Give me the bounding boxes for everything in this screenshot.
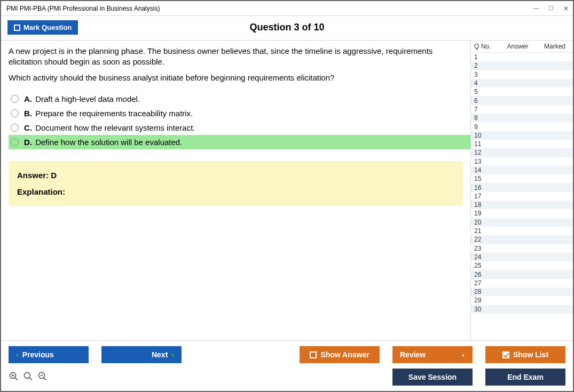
side-row[interactable]: 18: [471, 201, 573, 209]
show-list-button[interactable]: Show List: [485, 346, 565, 363]
side-row[interactable]: 21: [471, 227, 573, 235]
side-row[interactable]: 4: [471, 79, 573, 87]
show-answer-button[interactable]: Show Answer: [300, 346, 380, 363]
window-title: PMI PMI-PBA (PMI Professional in Busines…: [6, 5, 160, 12]
main-area: A new project is in the planning phase. …: [1, 40, 573, 340]
side-row[interactable]: 6: [471, 96, 573, 105]
option-text: B. Prepare the requirements traceability…: [24, 109, 193, 118]
footer: ‹ Previous Next › Show Answer Review ▲ S…: [1, 340, 573, 391]
option-text: A. Draft a high-level data model.: [24, 94, 140, 103]
zoom-in-icon[interactable]: [9, 371, 19, 383]
side-row[interactable]: 7: [471, 105, 573, 114]
question-counter: Question 3 of 10: [1, 22, 573, 33]
side-qno: 1: [474, 53, 496, 61]
side-qno: 14: [474, 166, 496, 174]
side-row[interactable]: 24: [471, 253, 573, 261]
explanation-label: Explanation:: [17, 187, 454, 196]
side-row[interactable]: 2: [471, 61, 573, 70]
side-row[interactable]: 14: [471, 166, 573, 174]
side-row[interactable]: 19: [471, 209, 573, 218]
footer-row-2: Save Session End Exam: [9, 369, 565, 386]
side-header: Q No. Answer Marked: [471, 41, 573, 53]
side-qno: 21: [474, 227, 496, 235]
review-button[interactable]: Review ▲: [392, 346, 473, 363]
col-answer: Answer: [496, 43, 540, 50]
side-qno: 23: [474, 245, 496, 252]
question-list-panel: Q No. Answer Marked 12345678910111213141…: [470, 41, 573, 340]
side-row[interactable]: 22: [471, 235, 573, 244]
side-row[interactable]: 12: [471, 148, 573, 157]
side-row[interactable]: 13: [471, 157, 573, 166]
side-row[interactable]: 23: [471, 244, 573, 253]
side-row[interactable]: 10: [471, 131, 573, 140]
question-stem-1: A new project is in the planning phase. …: [9, 46, 470, 68]
side-row[interactable]: 20: [471, 218, 573, 227]
previous-button[interactable]: ‹ Previous: [9, 346, 89, 363]
side-qno: 29: [474, 297, 496, 304]
save-session-button[interactable]: Save Session: [392, 369, 473, 386]
side-qno: 5: [474, 88, 496, 95]
previous-label: Previous: [22, 350, 54, 359]
col-qno: Q No.: [474, 43, 496, 50]
side-row[interactable]: 27: [471, 279, 573, 287]
side-row[interactable]: 1: [471, 53, 573, 61]
side-qno: 22: [474, 236, 496, 243]
side-list[interactable]: 1234567891011121314151617181920212223242…: [471, 53, 573, 340]
option-row-A[interactable]: A. Draft a high-level data model.: [9, 92, 470, 106]
option-text: C. Document how the relevant systems int…: [24, 123, 195, 132]
minimize-button[interactable]: —: [533, 5, 539, 12]
side-row[interactable]: 15: [471, 174, 573, 183]
side-qno: 26: [474, 271, 496, 278]
side-qno: 6: [474, 97, 496, 105]
checkbox-checked-icon: [502, 351, 509, 358]
radio-icon: [11, 109, 19, 117]
side-qno: 24: [474, 253, 496, 261]
answer-box: Answer: D Explanation:: [9, 161, 463, 206]
svg-line-7: [44, 378, 46, 380]
side-qno: 27: [474, 279, 496, 287]
side-qno: 20: [474, 219, 496, 226]
end-exam-button[interactable]: End Exam: [485, 369, 565, 386]
side-row[interactable]: 25: [471, 261, 573, 270]
option-row-C[interactable]: C. Document how the relevant systems int…: [9, 121, 470, 135]
zoom-reset-icon[interactable]: [23, 371, 33, 383]
mark-question-label: Mark Question: [23, 23, 72, 31]
next-label: Next: [152, 350, 168, 359]
side-row[interactable]: 26: [471, 270, 573, 278]
show-answer-label: Show Answer: [320, 350, 369, 359]
option-row-B[interactable]: B. Prepare the requirements traceability…: [9, 106, 470, 121]
side-row[interactable]: 5: [471, 87, 573, 96]
side-row[interactable]: 17: [471, 192, 573, 201]
side-qno: 19: [474, 210, 496, 217]
side-row[interactable]: 9: [471, 122, 573, 131]
app-window: PMI PMI-PBA (PMI Professional in Busines…: [0, 0, 574, 392]
maximize-button[interactable]: ☐: [548, 5, 554, 12]
option-row-D[interactable]: D. Define how the solution will be evalu…: [9, 135, 470, 149]
side-qno: 9: [474, 123, 496, 131]
side-row[interactable]: 11: [471, 140, 573, 148]
side-qno: 4: [474, 79, 496, 87]
answer-line: Answer: D: [17, 171, 454, 180]
side-qno: 12: [474, 149, 496, 156]
next-button[interactable]: Next ›: [101, 346, 182, 363]
checkbox-icon: [310, 351, 317, 358]
side-row[interactable]: 28: [471, 287, 573, 296]
options-list: A. Draft a high-level data model.B. Prep…: [9, 92, 470, 149]
side-qno: 8: [474, 114, 496, 122]
caret-up-icon: ▲: [461, 353, 465, 357]
side-row[interactable]: 16: [471, 183, 573, 191]
question-stem-2: Which activity should the business analy…: [9, 73, 470, 82]
side-row[interactable]: 30: [471, 305, 573, 314]
side-row[interactable]: 3: [471, 70, 573, 79]
side-row[interactable]: 8: [471, 114, 573, 122]
chevron-right-icon: ›: [171, 350, 174, 359]
title-bar: PMI PMI-PBA (PMI Professional in Busines…: [1, 1, 573, 16]
side-qno: 10: [474, 132, 496, 139]
side-row[interactable]: 29: [471, 296, 573, 305]
mark-question-button[interactable]: Mark Question: [7, 20, 78, 35]
zoom-out-icon[interactable]: [37, 371, 48, 383]
review-label: Review: [400, 350, 426, 359]
header-row: Mark Question Question 3 of 10: [1, 16, 573, 40]
radio-icon: [11, 124, 19, 132]
close-button[interactable]: ✕: [563, 5, 569, 12]
